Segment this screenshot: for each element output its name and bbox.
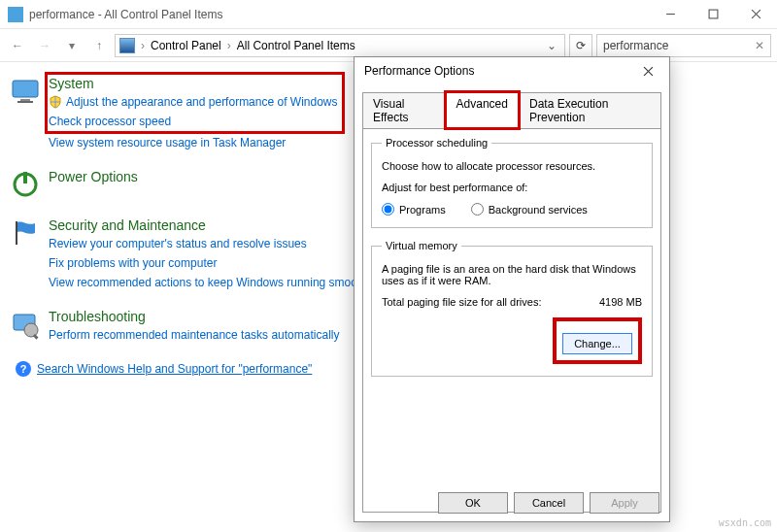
breadcrumb-control-panel[interactable]: Control Panel [151,39,221,52]
svg-rect-4 [13,81,38,97]
group-virtual-memory: Virtual memory A paging file is an area … [371,240,653,377]
dialog-title: Performance Options [364,64,630,78]
heading-security-maintenance[interactable]: Security and Maintenance [49,217,376,233]
nav-back-button[interactable]: ← [6,34,29,57]
breadcrumb-all-items[interactable]: All Control Panel Items [237,39,355,52]
control-panel-icon [119,38,135,53]
link-adjust-performance[interactable]: Adjust the appearance and performance of… [66,93,338,111]
tab-dep[interactable]: Data Execution Prevention [519,92,661,128]
chevron-right-icon: › [141,39,145,52]
dialog-close-button[interactable] [630,59,665,83]
tab-advanced[interactable]: Advanced [446,92,519,128]
watermark: wsxdn.com [719,517,771,528]
link-maintenance-tasks[interactable]: Perform recommended maintenance tasks au… [49,326,339,344]
dialog-tabs: Visual Effects Advanced Data Execution P… [355,84,669,128]
minimize-button[interactable] [649,0,692,29]
vm-text: A paging file is an area on the hard dis… [382,263,642,286]
nav-up-button[interactable]: ↑ [87,34,111,57]
troubleshooting-icon [10,309,41,340]
flag-icon [10,217,41,249]
link-processor-speed[interactable]: Check processor speed [49,113,338,130]
highlight-change: Change... [553,317,642,364]
maximize-button[interactable] [692,0,734,29]
nav-forward-button[interactable]: → [33,34,56,57]
dialog-titlebar: Performance Options [355,57,669,84]
sched-label: Adjust for best performance of: [382,182,642,193]
heading-troubleshooting[interactable]: Troubleshooting [49,309,339,324]
legend-virtual-memory: Virtual memory [382,240,461,251]
help-link[interactable]: Search Windows Help and Support for "per… [37,362,312,376]
radio-background-input[interactable] [471,203,484,216]
control-panel-icon [8,7,23,22]
shield-icon [49,95,62,109]
svg-point-11 [24,323,38,337]
svg-rect-1 [709,10,718,18]
clear-search-icon[interactable]: ✕ [755,39,764,52]
search-value: performance [603,39,755,52]
window-titlebar: performance - All Control Panel Items [0,0,777,29]
ok-button[interactable]: OK [438,492,508,514]
vm-total-label: Total paging file size for all drives: [382,296,541,308]
dialog-buttons: OK Cancel Apply [438,492,659,514]
link-fix-problems[interactable]: Fix problems with your computer [49,254,376,272]
address-dropdown-button[interactable]: ⌄ [543,39,560,52]
svg-rect-8 [23,172,27,183]
nav-recent-button[interactable]: ▾ [60,34,84,57]
power-icon [10,169,41,200]
svg-rect-5 [20,99,30,101]
cancel-button[interactable]: Cancel [514,492,584,514]
legend-processor-scheduling: Processor scheduling [382,137,491,149]
svg-rect-6 [17,101,33,103]
tab-page-advanced: Processor scheduling Choose how to alloc… [362,128,661,513]
refresh-button[interactable]: ⟳ [569,34,592,57]
svg-rect-9 [16,221,17,245]
radio-programs-input[interactable] [382,203,394,216]
radio-programs[interactable]: Programs [382,203,446,216]
tab-visual-effects[interactable]: Visual Effects [362,92,446,128]
apply-button[interactable]: Apply [590,492,659,514]
vm-total-value: 4198 MB [599,296,642,308]
performance-options-dialog: Performance Options Visual Effects Advan… [354,56,670,522]
link-recommended-actions[interactable]: View recommended actions to keep Windows… [49,274,376,291]
link-review-status[interactable]: Review your computer's status and resolv… [49,235,376,252]
radio-background-services[interactable]: Background services [471,203,588,216]
heading-system[interactable]: System [49,76,338,91]
search-input[interactable]: performance ✕ [596,34,771,57]
group-processor-scheduling: Processor scheduling Choose how to alloc… [371,137,653,228]
chevron-right-icon: › [227,39,231,52]
help-icon: ? [16,361,31,377]
address-bar[interactable]: › Control Panel › All Control Panel Item… [115,34,565,57]
close-button[interactable] [734,0,777,29]
computer-icon [10,76,41,107]
link-task-manager-usage[interactable]: View system resource usage in Task Manag… [49,136,286,150]
window-title: performance - All Control Panel Items [29,8,649,21]
heading-power-options[interactable]: Power Options [49,169,138,184]
change-button[interactable]: Change... [562,333,632,354]
sched-text: Choose how to allocate processor resourc… [382,160,642,172]
